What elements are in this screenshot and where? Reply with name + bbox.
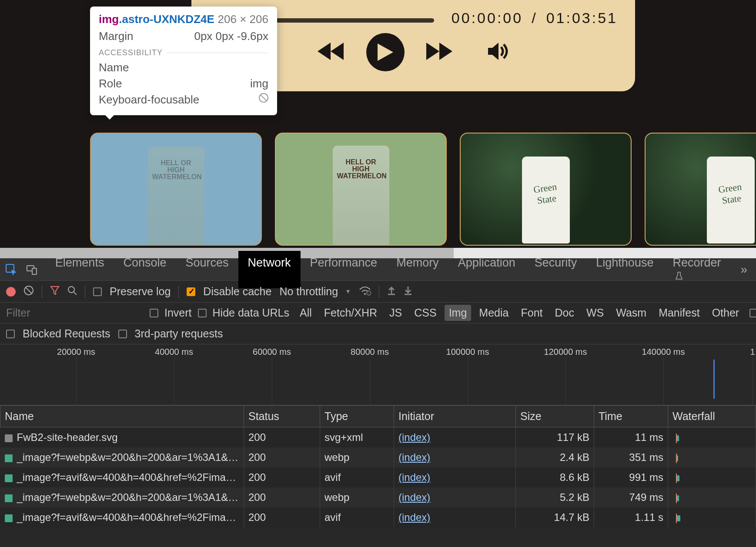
initiator-link[interactable]: (index): [398, 491, 430, 503]
tab-application[interactable]: Application: [448, 251, 525, 288]
preserve-log-label: Preserve log: [110, 285, 171, 298]
device-toolbar-button[interactable]: [22, 260, 41, 279]
thumbnail[interactable]: Green State: [460, 133, 632, 246]
volume-button[interactable]: [488, 42, 509, 63]
network-filter-row: Invert Hide data URLs AllFetch/XHRJSCSSI…: [0, 303, 756, 324]
hide-data-urls-checkbox[interactable]: [198, 309, 207, 317]
filter-type-wasm[interactable]: Wasm: [612, 305, 651, 321]
initiator-link[interactable]: (index): [398, 431, 430, 443]
devtools-panel: ElementsConsoleSourcesNetworkPerformance…: [0, 258, 756, 547]
table-row[interactable]: FwB2-site-header.svg200svg+xml(index)117…: [0, 427, 756, 448]
throttling-select[interactable]: No throttling: [279, 285, 351, 298]
initiator-link[interactable]: (index): [398, 511, 430, 523]
initiator-link[interactable]: (index): [398, 451, 430, 463]
svg-point-7: [364, 293, 366, 295]
blocked-requests-checkbox[interactable]: [6, 330, 15, 338]
filter-type-all[interactable]: All: [295, 305, 316, 321]
filter-type-manifest[interactable]: Manifest: [654, 305, 704, 321]
tab-elements[interactable]: Elements: [46, 251, 114, 288]
time-display: 00:00:00 / 01:03:51: [452, 10, 618, 27]
timeline-label: 120000 ms: [544, 347, 587, 357]
invert-checkbox[interactable]: [150, 309, 158, 317]
column-initiator[interactable]: Initiator: [394, 406, 516, 427]
third-party-checkbox[interactable]: [118, 330, 127, 338]
thumbnail-row: HELL OR HIGH WATERMELON HELL OR HIGH WAT…: [90, 133, 756, 246]
table-row[interactable]: _image?f=webp&w=200&h=200&ar=1%3A1&…200w…: [0, 487, 756, 507]
tab-memory[interactable]: Memory: [387, 251, 448, 288]
third-party-label: 3rd-party requests: [135, 327, 223, 340]
thumbnail-inspected[interactable]: HELL OR HIGH WATERMELON: [90, 133, 262, 246]
tab-lighthouse[interactable]: Lighthouse: [586, 251, 663, 288]
file-icon: [5, 454, 13, 462]
column-status[interactable]: Status: [244, 406, 320, 427]
filter-type-css[interactable]: CSS: [410, 305, 441, 321]
filter-type-doc[interactable]: Doc: [550, 305, 578, 321]
play-button[interactable]: [366, 33, 405, 71]
column-size[interactable]: Size: [516, 406, 594, 427]
search-button[interactable]: [67, 285, 77, 298]
column-waterfall[interactable]: Waterfall: [668, 406, 756, 427]
can-label: HELL OR HIGH WATERMELON: [152, 160, 200, 180]
timeline-label: 1: [750, 347, 755, 357]
filter-type-js[interactable]: JS: [385, 305, 406, 321]
devtools-tabs: ElementsConsoleSourcesNetworkPerformance…: [0, 258, 756, 281]
tooltip-role-value: img: [250, 77, 268, 90]
thumbnail[interactable]: Green State: [645, 133, 756, 246]
ban-icon: [259, 93, 268, 103]
filter-type-other[interactable]: Other: [708, 305, 744, 321]
tooltip-class: .astro-UXNKDZ4E: [119, 13, 214, 26]
network-table: NameStatusTypeInitiatorSizeTimeWaterfall…: [0, 405, 756, 527]
filter-toggle-button[interactable]: [50, 285, 60, 298]
filter-type-fetch-xhr[interactable]: Fetch/XHR: [320, 305, 381, 321]
rewind-button[interactable]: [318, 43, 345, 62]
file-icon: [5, 514, 13, 522]
filter-type-media[interactable]: Media: [475, 305, 513, 321]
upload-har-button[interactable]: [387, 285, 396, 298]
svg-line-6: [74, 292, 77, 295]
waterfall-bar: [672, 431, 751, 444]
thumbnail[interactable]: HELL OR HIGH WATERMELON: [275, 133, 447, 246]
filter-type-font[interactable]: Font: [516, 305, 547, 321]
table-row[interactable]: _image?f=webp&w=200&h=200&ar=1%3A1&…200w…: [0, 447, 756, 467]
hide-data-urls-label: Hide data URLs: [213, 307, 289, 319]
tabs-overflow-button[interactable]: »: [732, 263, 756, 277]
clear-button[interactable]: [23, 285, 34, 298]
column-name[interactable]: Name: [0, 406, 244, 427]
time-separator: /: [532, 10, 537, 27]
tooltip-role-label: Role: [99, 77, 122, 90]
has-blocked-checkbox[interactable]: [749, 309, 756, 317]
preserve-log-checkbox[interactable]: [93, 287, 102, 296]
tab-network[interactable]: Network: [238, 251, 301, 288]
tab-security[interactable]: Security: [525, 251, 587, 288]
network-conditions-button[interactable]: [359, 285, 371, 298]
tab-console[interactable]: Console: [114, 251, 176, 288]
download-har-button[interactable]: [404, 285, 412, 298]
initiator-link[interactable]: (index): [398, 471, 430, 483]
tab-sources[interactable]: Sources: [176, 251, 238, 288]
filter-type-ws[interactable]: WS: [582, 305, 608, 321]
can-label: Green State: [709, 180, 751, 208]
waterfall-bar: [672, 451, 751, 464]
inspect-element-button[interactable]: [2, 260, 20, 279]
blocked-requests-label: Blocked Requests: [23, 327, 110, 340]
timeline-label: 40000 ms: [155, 347, 193, 357]
timeline-label: 20000 ms: [57, 347, 95, 357]
disable-cache-checkbox[interactable]: [187, 287, 195, 296]
timeline-label: 80000 ms: [351, 347, 389, 357]
timeline-label: 140000 ms: [642, 347, 685, 357]
table-row[interactable]: _image?f=avif&w=400&h=400&href=%2Fima…20…: [0, 507, 756, 527]
tab-recorder[interactable]: Recorder: [663, 251, 732, 288]
table-row[interactable]: _image?f=avif&w=400&h=400&href=%2Fima…20…: [0, 467, 756, 487]
column-time[interactable]: Time: [594, 406, 668, 427]
tab-performance[interactable]: Performance: [301, 251, 387, 288]
filter-input[interactable]: [6, 307, 144, 319]
record-button[interactable]: [6, 287, 16, 297]
filter-type-img[interactable]: Img: [445, 305, 472, 321]
svg-rect-2: [32, 268, 37, 274]
waterfall-bar: [672, 471, 751, 484]
forward-button[interactable]: [426, 43, 453, 62]
column-type[interactable]: Type: [320, 406, 394, 427]
tooltip-margin-label: Margin: [99, 30, 133, 43]
timeline-cursor[interactable]: [713, 360, 715, 399]
network-timeline[interactable]: 20000 ms40000 ms60000 ms80000 ms100000 m…: [0, 344, 756, 405]
